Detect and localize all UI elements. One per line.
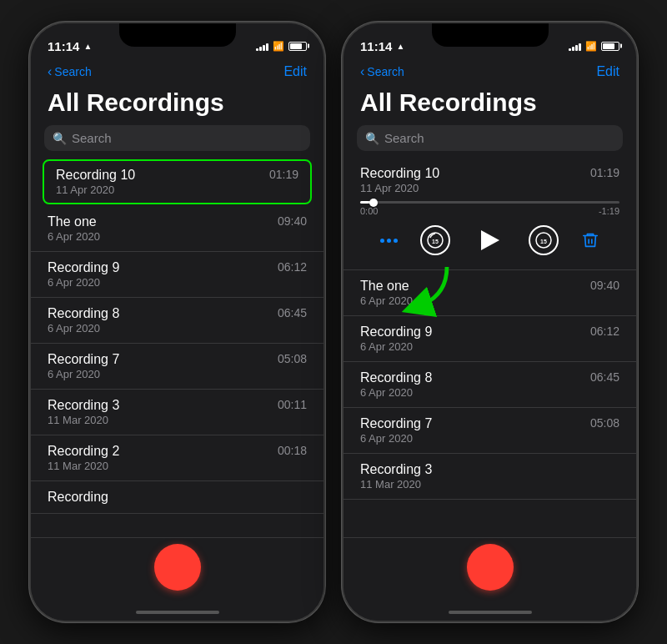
wifi-icon: 📶 <box>273 41 284 52</box>
left-phone: 11:14 ▲ 📶 <box>29 22 325 622</box>
right-phone: 11:14 ▲ 📶 <box>342 22 638 622</box>
list-item[interactable]: The one 09:40 6 Apr 2020 <box>344 270 636 316</box>
play-button[interactable] <box>474 224 505 256</box>
delete-button[interactable] <box>581 231 599 249</box>
record-button-right[interactable] <box>467 544 514 591</box>
list-item[interactable]: Recording 9 06:12 6 Apr 2020 <box>31 252 323 298</box>
edit-button-left[interactable]: Edit <box>283 64 307 79</box>
list-item[interactable]: Recording 3 00:11 11 Mar 2020 <box>31 390 323 435</box>
search-bar-right[interactable]: 🔍 Search <box>357 125 623 151</box>
status-time-left: 11:14 ▲ <box>48 39 92 53</box>
battery-icon <box>288 42 307 51</box>
status-time-right: 11:14 ▲ <box>360 39 404 53</box>
skip-forward-button[interactable]: 15 <box>529 225 559 255</box>
search-icon-right: 🔍 <box>365 132 379 145</box>
search-placeholder-right: Search <box>384 131 424 145</box>
search-bar-left[interactable]: 🔍 Search <box>44 125 310 151</box>
signal-icon-right <box>569 42 581 51</box>
nav-bar-left: ‹ Search Edit <box>31 60 323 83</box>
bottom-bar-left <box>31 537 323 604</box>
recordings-list-left: Recording 10 01:19 11 Apr 2020 The one 0… <box>31 158 323 537</box>
search-icon-left: 🔍 <box>53 132 67 145</box>
search-placeholder-left: Search <box>72 131 112 145</box>
wifi-icon-right: 📶 <box>585 41 597 52</box>
battery-icon-right <box>601 42 619 51</box>
green-arrow-annotation <box>394 257 460 324</box>
list-item[interactable]: Recording 8 06:45 6 Apr 2020 <box>31 298 323 344</box>
playback-bar: 0:00 -1:19 <box>360 201 619 216</box>
nav-bar-right: ‹ Search Edit <box>344 60 636 83</box>
skip-back-button[interactable]: 15 <box>420 225 450 255</box>
playback-controls: 15 15 <box>360 219 619 261</box>
svg-text:15: 15 <box>432 239 439 244</box>
back-label-left: Search <box>54 65 91 78</box>
chevron-left-icon-right: ‹ <box>360 64 364 79</box>
record-button-left[interactable] <box>154 544 201 591</box>
phones-container: 11:14 ▲ 📶 <box>29 22 638 622</box>
list-item[interactable]: Recording 2 00:18 11 Mar 2020 <box>31 435 323 481</box>
recording-item-highlighted[interactable]: Recording 10 01:19 11 Apr 2020 <box>43 159 312 204</box>
notch-right <box>432 23 549 47</box>
svg-text:15: 15 <box>540 239 547 244</box>
back-button-left[interactable]: ‹ Search <box>48 64 92 79</box>
play-icon <box>481 230 499 250</box>
list-item[interactable]: The one 09:40 6 Apr 2020 <box>31 206 323 252</box>
signal-icon <box>256 42 268 51</box>
list-item[interactable]: Recording <box>31 481 323 514</box>
list-item[interactable]: Recording 7 05:08 6 Apr 2020 <box>344 408 636 454</box>
status-icons-left: 📶 <box>256 41 307 52</box>
notch <box>119 23 236 47</box>
recording-item-expanded[interactable]: Recording 10 01:19 11 Apr 2020 0:00 -1:1… <box>344 158 636 270</box>
recordings-list-right: Recording 10 01:19 11 Apr 2020 0:00 -1:1… <box>344 158 636 537</box>
home-indicator-left <box>31 604 323 621</box>
list-item[interactable]: Recording 9 06:12 6 Apr 2020 <box>344 316 636 362</box>
chevron-left-icon: ‹ <box>48 64 52 79</box>
home-indicator-right <box>344 604 636 621</box>
page-title-right: All Recordings <box>344 83 636 125</box>
playback-times: 0:00 -1:19 <box>360 206 619 216</box>
playback-track[interactable] <box>360 201 619 204</box>
list-item[interactable]: Recording 3 11 Mar 2020 <box>344 454 636 500</box>
list-item[interactable]: Recording 7 05:08 6 Apr 2020 <box>31 344 323 390</box>
bottom-bar-right <box>344 537 636 604</box>
more-options-button[interactable] <box>380 239 398 243</box>
edit-button-right[interactable]: Edit <box>596 64 619 79</box>
list-item[interactable]: Recording 8 06:45 6 Apr 2020 <box>344 362 636 408</box>
status-icons-right: 📶 <box>569 41 619 52</box>
page-title-left: All Recordings <box>31 83 323 125</box>
back-button-right[interactable]: ‹ Search <box>360 64 404 79</box>
back-label-right: Search <box>367 65 404 78</box>
